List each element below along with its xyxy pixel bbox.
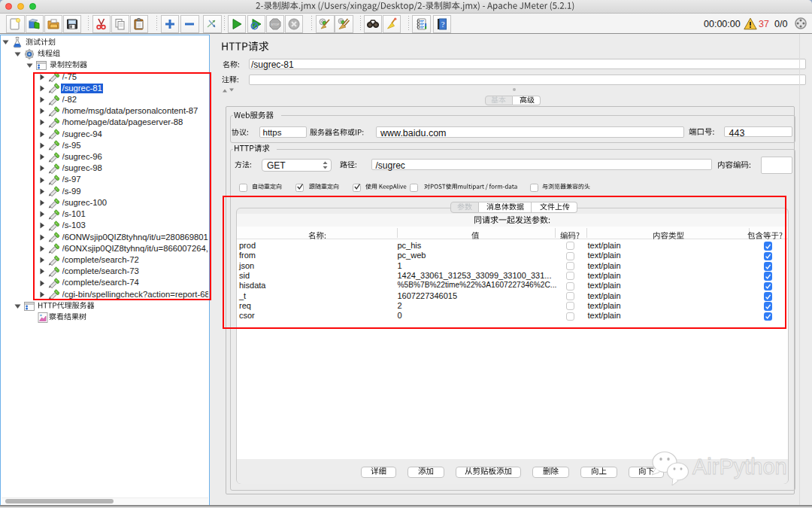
svg-text:?: ? [441, 20, 445, 29]
svg-text:STOP: STOP [271, 23, 280, 26]
